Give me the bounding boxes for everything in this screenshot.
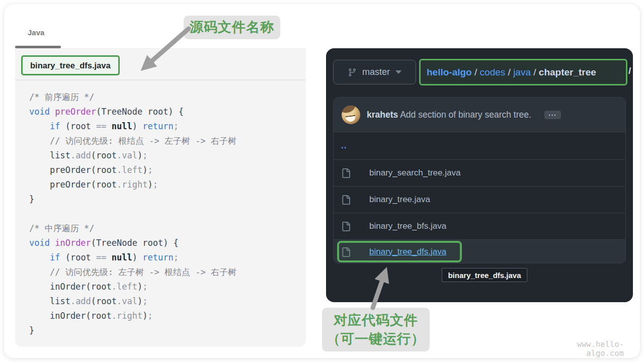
annotation-source-filename: 源码文件名称 [184,16,280,39]
breadcrumb-item-java[interactable]: java [513,67,531,78]
latest-commit-bar: krahets Add section of binary search tre… [334,98,625,132]
branch-selector-button[interactable]: master [333,60,416,84]
breadcrumb: hello-algo / codes / java / chapter_tree [419,59,627,85]
file-icon [341,222,356,231]
code-line: void inOrder(TreeNode root) { [29,236,306,250]
source-filename: binary_tree_dfs.java [30,61,111,70]
code-line: } [29,323,306,338]
file-link[interactable]: binary_tree_dfs.java [369,247,446,257]
link-tooltip: binary_tree_dfs.java [442,268,527,282]
tab-active-indicator [15,46,61,48]
code-line: // 访问优先级: 根结点 -> 左子树 -> 右子树 [29,134,306,148]
breadcrumb-separator: / [472,67,480,78]
file-row-binary_tree_dfs.java[interactable]: binary_tree_dfs.java [334,240,625,263]
chevron-down-icon [395,70,401,74]
github-panel: master hello-algo / codes / java / chapt… [326,48,633,302]
file-row-binary_tree.java[interactable]: binary_tree.java [334,187,625,213]
file-row-parent[interactable]: .. [334,132,625,160]
figure-canvas: Java binary_tree_dfs.java /* 前序遍历 */void… [0,0,644,362]
file-browser-box: krahets Add section of binary search tre… [333,97,626,263]
code-line: /* 中序遍历 */ [29,221,306,236]
code-line: preOrder(root.right); [29,177,306,192]
source-filename-box: binary_tree_dfs.java [21,55,120,75]
breadcrumb-item-chapter_tree: chapter_tree [539,67,596,78]
code-block: /* 前序遍历 */void preOrder(TreeNode root) {… [15,80,306,347]
commit-more-button[interactable]: ··· [544,111,561,119]
code-line: // 访问优先级: 左子树 -> 根结点 -> 右子树 [29,265,306,280]
breadcrumb-item-codes[interactable]: codes [480,67,506,78]
breadcrumb-item-hello-algo[interactable]: hello-algo [427,67,472,78]
commit-author[interactable]: krahets [367,110,398,120]
commit-text: krahets Add section of binary search tre… [367,110,531,120]
tab-java[interactable]: Java [28,28,44,37]
editor-header: binary_tree_dfs.java [15,48,306,80]
commit-message[interactable]: Add section of binary search tree. [398,110,531,120]
code-line: preOrder(root.left); [29,163,306,177]
code-line: inOrder(root.left); [29,280,306,294]
code-line: } [29,192,306,207]
file-icon [341,247,356,257]
code-line: if (root == null) return; [29,250,306,265]
code-line: /* 前序遍历 */ [29,90,306,105]
git-branch-icon [348,68,357,77]
file-list: ..binary_search_tree.javabinary_tree.jav… [334,132,625,263]
file-link[interactable]: binary_tree.java [369,195,430,205]
code-line: void preOrder(TreeNode root) { [29,105,306,119]
breadcrumb-separator: / [531,67,539,78]
code-line: list.add(root.val); [29,294,306,309]
branch-name: master [362,67,390,77]
watermark: www.hello-algo.com [541,340,624,358]
file-link[interactable]: binary_search_tree.java [369,168,460,178]
parent-directory-link[interactable]: .. [341,141,347,151]
annotation-source-text: 源码文件名称 [190,18,274,37]
file-icon [341,195,356,205]
annotation-target-line1: 对应代码文件 [334,311,418,330]
file-row-binary_tree_bfs.java[interactable]: binary_tree_bfs.java [334,213,625,240]
code-line: if (root == null) return; [29,119,306,134]
breadcrumb-separator: / [505,67,513,78]
breadcrumb-trailing-slash: / [628,65,631,76]
annotation-target-file: 对应代码文件 （可一键运行） [322,308,430,351]
avatar[interactable] [342,106,360,124]
code-line: list.add(root.val); [29,148,306,163]
code-line [29,207,306,221]
file-link[interactable]: binary_tree_bfs.java [369,221,446,231]
file-row-binary_search_tree.java[interactable]: binary_search_tree.java [334,160,625,187]
annotation-target-line2: （可一键运行） [327,330,425,348]
file-icon [341,168,356,178]
code-line: inOrder(root.right); [29,309,306,323]
